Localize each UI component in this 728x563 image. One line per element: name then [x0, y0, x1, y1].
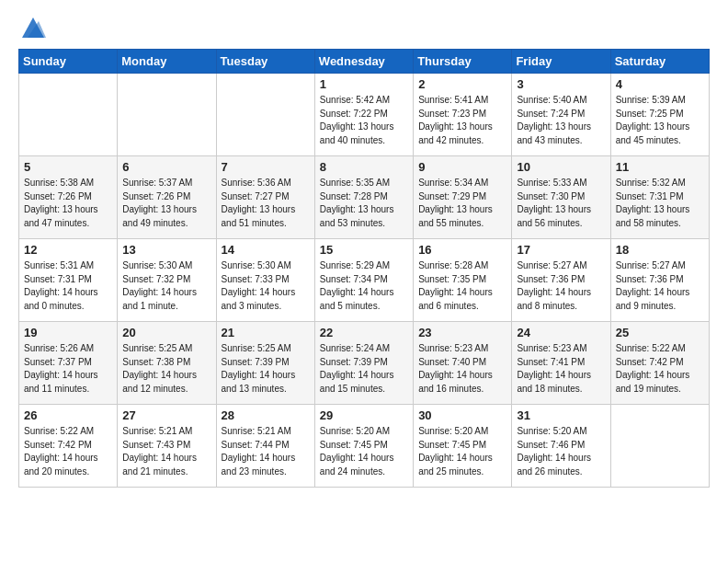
- calendar-cell: 11Sunrise: 5:32 AM Sunset: 7:31 PM Dayli…: [610, 156, 709, 239]
- header: [18, 14, 710, 40]
- day-number: 31: [517, 408, 605, 422]
- day-info: Sunrise: 5:25 AM Sunset: 7:38 PM Dayligh…: [122, 342, 210, 396]
- day-info: Sunrise: 5:22 AM Sunset: 7:42 PM Dayligh…: [24, 425, 112, 478]
- day-number: 11: [616, 160, 704, 174]
- calendar-cell: 21Sunrise: 5:25 AM Sunset: 7:39 PM Dayli…: [216, 322, 314, 405]
- page: SundayMondayTuesdayWednesdayThursdayFrid…: [0, 0, 728, 501]
- calendar-cell: 20Sunrise: 5:25 AM Sunset: 7:38 PM Dayli…: [118, 322, 216, 405]
- calendar-cell: 29Sunrise: 5:20 AM Sunset: 7:45 PM Dayli…: [314, 405, 413, 488]
- calendar-cell: [216, 74, 314, 156]
- calendar-cell: 25Sunrise: 5:22 AM Sunset: 7:42 PM Dayli…: [610, 322, 709, 405]
- calendar-cell: [118, 74, 216, 156]
- day-info: Sunrise: 5:30 AM Sunset: 7:33 PM Dayligh…: [222, 259, 310, 313]
- day-of-week-header: Sunday: [19, 50, 118, 74]
- calendar-cell: 15Sunrise: 5:29 AM Sunset: 7:34 PM Dayli…: [314, 239, 413, 322]
- day-of-week-header: Thursday: [414, 50, 512, 74]
- calendar-cell: 12Sunrise: 5:31 AM Sunset: 7:31 PM Dayli…: [19, 239, 118, 322]
- day-info: Sunrise: 5:27 AM Sunset: 7:36 PM Dayligh…: [616, 259, 704, 313]
- logo: [18, 14, 46, 40]
- calendar-cell: 2Sunrise: 5:41 AM Sunset: 7:23 PM Daylig…: [414, 74, 512, 156]
- calendar-week-row: 12Sunrise: 5:31 AM Sunset: 7:31 PM Dayli…: [19, 239, 710, 322]
- calendar-cell: 14Sunrise: 5:30 AM Sunset: 7:33 PM Dayli…: [216, 239, 314, 322]
- day-number: 14: [222, 243, 310, 257]
- day-info: Sunrise: 5:20 AM Sunset: 7:45 PM Dayligh…: [418, 425, 506, 478]
- day-info: Sunrise: 5:35 AM Sunset: 7:28 PM Dayligh…: [320, 177, 408, 230]
- day-info: Sunrise: 5:24 AM Sunset: 7:39 PM Dayligh…: [320, 342, 408, 396]
- day-info: Sunrise: 5:21 AM Sunset: 7:44 PM Dayligh…: [222, 425, 310, 478]
- day-number: 20: [122, 326, 210, 339]
- calendar-cell: 26Sunrise: 5:22 AM Sunset: 7:42 PM Dayli…: [19, 405, 118, 488]
- day-number: 22: [320, 326, 408, 339]
- day-info: Sunrise: 5:23 AM Sunset: 7:40 PM Dayligh…: [418, 342, 506, 396]
- day-number: 1: [320, 77, 408, 91]
- calendar-header-row: SundayMondayTuesdayWednesdayThursdayFrid…: [19, 50, 710, 74]
- calendar-cell: 31Sunrise: 5:20 AM Sunset: 7:46 PM Dayli…: [512, 405, 610, 488]
- day-number: 10: [517, 160, 605, 174]
- day-info: Sunrise: 5:32 AM Sunset: 7:31 PM Dayligh…: [616, 177, 704, 230]
- day-number: 24: [517, 326, 605, 339]
- day-info: Sunrise: 5:27 AM Sunset: 7:36 PM Dayligh…: [517, 259, 605, 313]
- day-number: 13: [122, 243, 210, 257]
- day-number: 17: [517, 243, 605, 257]
- calendar-cell: 8Sunrise: 5:35 AM Sunset: 7:28 PM Daylig…: [314, 156, 413, 239]
- calendar-cell: 17Sunrise: 5:27 AM Sunset: 7:36 PM Dayli…: [512, 239, 610, 322]
- day-number: 9: [418, 160, 506, 174]
- calendar-cell: 18Sunrise: 5:27 AM Sunset: 7:36 PM Dayli…: [610, 239, 709, 322]
- calendar-cell: [19, 74, 118, 156]
- day-info: Sunrise: 5:37 AM Sunset: 7:26 PM Dayligh…: [122, 177, 210, 230]
- calendar-cell: 3Sunrise: 5:40 AM Sunset: 7:24 PM Daylig…: [512, 74, 610, 156]
- calendar-cell: 10Sunrise: 5:33 AM Sunset: 7:30 PM Dayli…: [512, 156, 610, 239]
- calendar-cell: 5Sunrise: 5:38 AM Sunset: 7:26 PM Daylig…: [19, 156, 118, 239]
- calendar-week-row: 19Sunrise: 5:26 AM Sunset: 7:37 PM Dayli…: [19, 322, 710, 405]
- day-number: 19: [24, 326, 112, 339]
- day-number: 8: [320, 160, 408, 174]
- day-number: 28: [222, 408, 310, 422]
- day-number: 27: [122, 408, 210, 422]
- calendar-cell: 19Sunrise: 5:26 AM Sunset: 7:37 PM Dayli…: [19, 322, 118, 405]
- calendar-cell: 23Sunrise: 5:23 AM Sunset: 7:40 PM Dayli…: [414, 322, 512, 405]
- day-info: Sunrise: 5:29 AM Sunset: 7:34 PM Dayligh…: [320, 259, 408, 313]
- day-number: 7: [222, 160, 310, 174]
- day-info: Sunrise: 5:39 AM Sunset: 7:25 PM Dayligh…: [616, 94, 704, 147]
- day-of-week-header: Saturday: [610, 50, 709, 74]
- day-info: Sunrise: 5:42 AM Sunset: 7:22 PM Dayligh…: [320, 94, 408, 147]
- calendar-cell: 4Sunrise: 5:39 AM Sunset: 7:25 PM Daylig…: [610, 74, 709, 156]
- day-info: Sunrise: 5:26 AM Sunset: 7:37 PM Dayligh…: [24, 342, 112, 396]
- calendar-week-row: 5Sunrise: 5:38 AM Sunset: 7:26 PM Daylig…: [19, 156, 710, 239]
- day-info: Sunrise: 5:40 AM Sunset: 7:24 PM Dayligh…: [517, 94, 605, 147]
- day-info: Sunrise: 5:31 AM Sunset: 7:31 PM Dayligh…: [24, 259, 112, 313]
- day-info: Sunrise: 5:23 AM Sunset: 7:41 PM Dayligh…: [517, 342, 605, 396]
- calendar-week-row: 26Sunrise: 5:22 AM Sunset: 7:42 PM Dayli…: [19, 405, 710, 488]
- day-number: 21: [222, 326, 310, 339]
- day-info: Sunrise: 5:36 AM Sunset: 7:27 PM Dayligh…: [222, 177, 310, 230]
- calendar-cell: 9Sunrise: 5:34 AM Sunset: 7:29 PM Daylig…: [414, 156, 512, 239]
- calendar-cell: 27Sunrise: 5:21 AM Sunset: 7:43 PM Dayli…: [118, 405, 216, 488]
- day-number: 2: [418, 77, 506, 91]
- day-of-week-header: Wednesday: [314, 50, 413, 74]
- calendar-cell: 30Sunrise: 5:20 AM Sunset: 7:45 PM Dayli…: [414, 405, 512, 488]
- calendar-cell: 24Sunrise: 5:23 AM Sunset: 7:41 PM Dayli…: [512, 322, 610, 405]
- day-number: 5: [24, 160, 112, 174]
- day-number: 26: [24, 408, 112, 422]
- day-info: Sunrise: 5:20 AM Sunset: 7:45 PM Dayligh…: [320, 425, 408, 478]
- day-info: Sunrise: 5:38 AM Sunset: 7:26 PM Dayligh…: [24, 177, 112, 230]
- day-info: Sunrise: 5:21 AM Sunset: 7:43 PM Dayligh…: [122, 425, 210, 478]
- calendar-cell: 7Sunrise: 5:36 AM Sunset: 7:27 PM Daylig…: [216, 156, 314, 239]
- day-number: 4: [616, 77, 704, 91]
- calendar-cell: 22Sunrise: 5:24 AM Sunset: 7:39 PM Dayli…: [314, 322, 413, 405]
- calendar-cell: 6Sunrise: 5:37 AM Sunset: 7:26 PM Daylig…: [118, 156, 216, 239]
- calendar-cell: 1Sunrise: 5:42 AM Sunset: 7:22 PM Daylig…: [314, 74, 413, 156]
- day-info: Sunrise: 5:34 AM Sunset: 7:29 PM Dayligh…: [418, 177, 506, 230]
- calendar-week-row: 1Sunrise: 5:42 AM Sunset: 7:22 PM Daylig…: [19, 74, 710, 156]
- calendar-table: SundayMondayTuesdayWednesdayThursdayFrid…: [18, 49, 710, 488]
- calendar-cell: 16Sunrise: 5:28 AM Sunset: 7:35 PM Dayli…: [414, 239, 512, 322]
- calendar-cell: [610, 405, 709, 488]
- day-number: 18: [616, 243, 704, 257]
- day-info: Sunrise: 5:30 AM Sunset: 7:32 PM Dayligh…: [122, 259, 210, 313]
- day-of-week-header: Tuesday: [216, 50, 314, 74]
- day-number: 23: [418, 326, 506, 339]
- day-info: Sunrise: 5:25 AM Sunset: 7:39 PM Dayligh…: [222, 342, 310, 396]
- calendar-cell: 13Sunrise: 5:30 AM Sunset: 7:32 PM Dayli…: [118, 239, 216, 322]
- day-number: 30: [418, 408, 506, 422]
- day-number: 3: [517, 77, 605, 91]
